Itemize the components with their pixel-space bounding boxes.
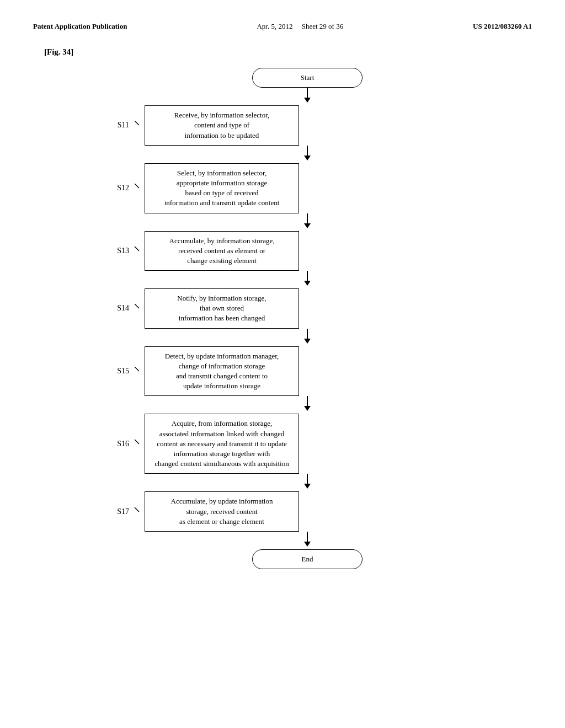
figure-label: [Fig. 34] bbox=[44, 47, 532, 57]
box-s16: Acquire, from information storage, assoc… bbox=[145, 414, 299, 474]
arrow-7 bbox=[304, 532, 311, 549]
header-date: Apr. 5, 2012 bbox=[257, 22, 292, 30]
step-label-s16: S16 bbox=[117, 440, 129, 448]
step-row-s17: S17 Accumulate, by update information st… bbox=[95, 491, 470, 532]
step-row-s13: S13 Accumulate, by information storage, … bbox=[95, 231, 470, 271]
step-row-s12: S12 Select, by information selector, app… bbox=[95, 163, 470, 213]
step-row-s15: S15 Detect, by update information manage… bbox=[95, 346, 470, 397]
arrow-1 bbox=[304, 146, 311, 163]
step-label-s12: S12 bbox=[117, 184, 129, 192]
box-s17: Accumulate, by update information storag… bbox=[145, 491, 299, 532]
arrow-0 bbox=[304, 88, 311, 105]
flowchart: Start S11 Receive, by information select… bbox=[33, 68, 532, 569]
box-s14: Notify, by information storage, that own… bbox=[145, 288, 299, 329]
step-label-s14: S14 bbox=[117, 304, 129, 313]
arrow-3 bbox=[304, 271, 311, 288]
box-s12: Select, by information selector, appropr… bbox=[145, 163, 299, 213]
notch-s11 bbox=[129, 120, 140, 131]
notch-s14 bbox=[129, 303, 140, 314]
step-row-s16: S16 Acquire, from information storage, a… bbox=[95, 414, 470, 474]
notch-s12 bbox=[129, 183, 140, 194]
step-row-s11: S11 Receive, by information selector, co… bbox=[95, 105, 470, 146]
box-s13: Accumulate, by information storage, rece… bbox=[145, 231, 299, 271]
header-center: Apr. 5, 2012 Sheet 29 of 36 bbox=[257, 22, 343, 31]
step-label-s15: S15 bbox=[117, 367, 129, 376]
arrow-5 bbox=[304, 396, 311, 414]
page: Patent Application Publication Apr. 5, 2… bbox=[0, 0, 565, 728]
box-s11: Receive, by information selector, conten… bbox=[145, 105, 299, 146]
arrow-4 bbox=[304, 329, 311, 346]
header-sheet: Sheet 29 of 36 bbox=[302, 22, 343, 30]
step-label-s17: S17 bbox=[117, 507, 129, 516]
step-label-s11: S11 bbox=[118, 121, 129, 130]
end-node: End bbox=[252, 549, 363, 569]
header-right: US 2012/083260 A1 bbox=[473, 22, 532, 31]
header: Patent Application Publication Apr. 5, 2… bbox=[33, 22, 532, 31]
notch-s17 bbox=[129, 506, 140, 517]
header-left: Patent Application Publication bbox=[33, 22, 127, 31]
box-s15: Detect, by update information manager, c… bbox=[145, 346, 299, 397]
step-row-s14: S14 Notify, by information storage, that… bbox=[95, 288, 470, 329]
start-node: Start bbox=[252, 68, 363, 88]
arrow-2 bbox=[304, 213, 311, 231]
notch-s13 bbox=[129, 245, 140, 256]
step-label-s13: S13 bbox=[117, 247, 129, 255]
notch-s15 bbox=[129, 366, 140, 377]
arrow-6 bbox=[304, 474, 311, 491]
notch-s16 bbox=[129, 438, 140, 449]
